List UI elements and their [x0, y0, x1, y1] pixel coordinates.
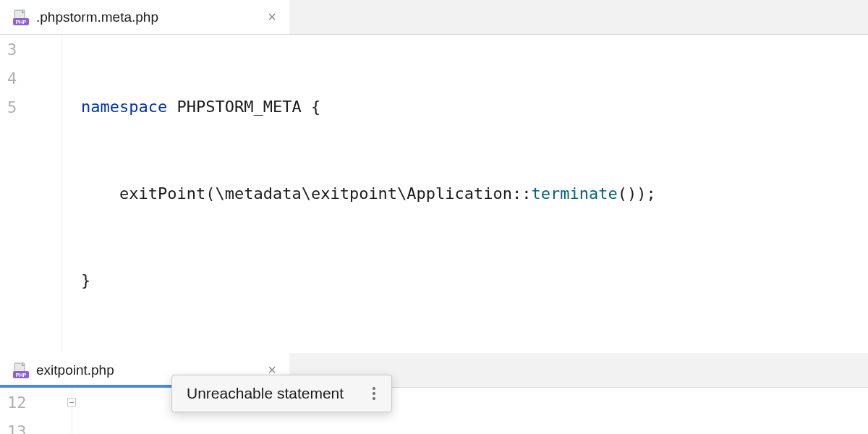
svg-text:PHP: PHP: [16, 20, 27, 25]
inspection-tooltip[interactable]: Unreachable statement: [171, 375, 392, 412]
gutter: 3 4 5: [0, 35, 62, 353]
php-file-icon: PHP: [13, 362, 29, 378]
line-number[interactable]: 12: [0, 388, 72, 417]
tab-label: exitpoint.php: [36, 362, 114, 378]
more-actions-icon[interactable]: [370, 384, 378, 403]
editor-area-exitpoint: 12 13 14 15 16 17 18 19 public function …: [0, 388, 868, 434]
editor-pane-meta: PHP .phpstorm.meta.php × 3 4 5 namespace…: [0, 0, 868, 353]
editor-area-meta: 3 4 5 namespace PHPSTORM_META { exitPoin…: [0, 35, 868, 353]
tooltip-text: Unreachable statement: [187, 385, 344, 402]
tab-bar: PHP exitpoint.php ×: [0, 353, 868, 388]
tab-bar: PHP .phpstorm.meta.php ×: [0, 0, 868, 35]
line-number[interactable]: 5: [0, 93, 61, 122]
php-file-icon: PHP: [13, 9, 29, 25]
tab-label: .phpstorm.meta.php: [36, 9, 158, 25]
file-tab-meta[interactable]: PHP .phpstorm.meta.php ×: [0, 0, 289, 34]
close-icon[interactable]: ×: [268, 9, 276, 25]
svg-text:PHP: PHP: [16, 373, 27, 378]
gutter: 12 13 14 15 16 17 18 19: [0, 388, 72, 434]
code-area[interactable]: namespace PHPSTORM_META { exitPoint(\met…: [62, 35, 868, 353]
line-number[interactable]: 4: [0, 64, 61, 93]
line-number[interactable]: 3: [0, 35, 61, 64]
line-number[interactable]: 13: [0, 417, 72, 434]
editor-pane-exitpoint: PHP exitpoint.php × 12 13 14 15 16 17 18…: [0, 353, 868, 434]
